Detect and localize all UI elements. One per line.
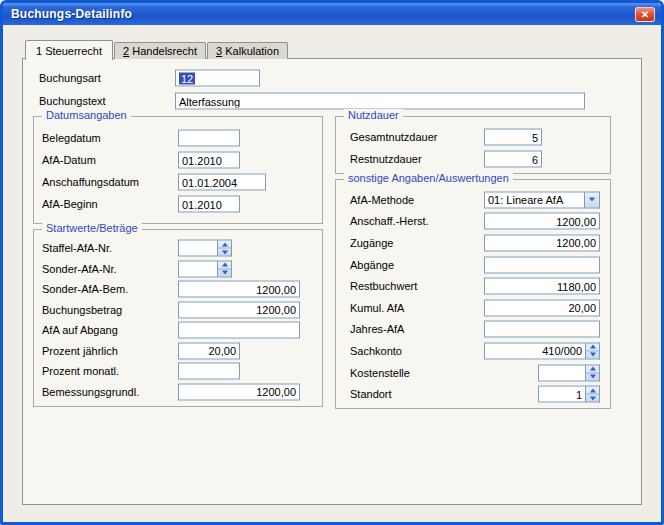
kostenstelle-input[interactable] [538,364,586,381]
field-row: Zugänge [336,232,610,254]
afa-methode-select[interactable]: 01: Lineare AfA [484,191,600,208]
tab-bar: 1 Steuerrecht 2 Handelsrecht 3 Kalkulati… [25,40,289,59]
anschaff-herst-input[interactable] [484,213,600,230]
field-row: AfA-Datum [34,149,322,171]
field-label: Buchungsbetrag [42,304,122,316]
field-label: Buchungsart [39,72,101,84]
buchungsart-selected-text: 12 [179,72,195,84]
field-label: Belegdatum [42,132,101,144]
field-label: Sonder-AfA-Nr. [42,263,117,275]
spin-up-icon[interactable] [218,261,231,268]
group-title: sonstige Angaben/Auswertungen [344,172,513,184]
field-label: Kostenstelle [350,367,410,379]
field-label: Restnutzdauer [350,153,422,165]
field-label: Sachkonto [350,345,402,357]
field-label: Abgänge [350,259,394,271]
restbuchwert-input[interactable] [484,278,600,295]
sachkonto-spinner[interactable] [586,342,600,359]
field-row: AfA-Beginn [34,193,322,215]
tab-label: 3 Kalkulation [216,45,279,57]
staffel-afa-nr-spinner[interactable] [218,240,232,257]
field-row: Sonder-AfA-Nr. [34,259,322,280]
afa-datum-input[interactable] [178,152,240,169]
standort-spinner[interactable] [586,386,600,403]
titlebar[interactable]: Buchungs-Detailinfo ✕ [3,3,661,25]
buchungsart-input[interactable]: 12 [175,70,260,87]
kumul-afa-input[interactable] [484,299,600,316]
field-row: Restnutzdauer [336,148,610,170]
tab-label: 2 Handelsrecht [123,45,197,57]
tab-label: 1 Steuerrecht [36,45,102,57]
field-row: Anschaff.-Herst. [336,211,610,233]
field-label: AfA auf Abgang [42,324,118,336]
buchungsbetrag-input[interactable] [178,301,300,318]
spin-up-icon[interactable] [586,343,599,350]
field-label: Zugänge [350,237,393,249]
spin-up-icon[interactable] [586,387,599,394]
buchungstext-input[interactable] [175,93,585,110]
spin-down-icon[interactable] [586,372,599,380]
window-title: Buchungs-Detailinfo [11,7,635,21]
field-label: AfA-Datum [42,154,96,166]
spin-down-icon[interactable] [586,350,599,358]
group-sonstige-angaben: sonstige Angaben/Auswertungen AfA-Method… [335,179,611,409]
spin-down-icon[interactable] [218,268,231,276]
staffel-afa-nr-input[interactable] [178,240,218,257]
spin-down-icon[interactable] [218,248,231,256]
field-row: Standort [336,383,610,405]
sonder-afa-bem-input[interactable] [178,281,300,298]
spin-down-icon[interactable] [586,394,599,402]
close-icon: ✕ [641,9,649,20]
afa-auf-abgang-input[interactable] [178,322,300,339]
field-row: Belegdatum [34,127,322,149]
field-row: Buchungsart 12 [23,67,641,89]
field-label: Jahres-AfA [350,323,404,335]
field-label: Sonder-AfA-Bem. [42,283,128,295]
spin-up-icon[interactable] [586,365,599,372]
restnutzdauer-input[interactable] [484,151,542,168]
sonder-afa-nr-input[interactable] [178,260,218,277]
group-startwerte: Startwerte/Beträge Staffel-AfA-Nr. [33,229,323,407]
field-label: Kumul. AfA [350,302,404,314]
jahres-afa-input[interactable] [484,321,600,338]
tab-steuerrecht[interactable]: 1 Steuerrecht [25,40,113,60]
group-title: Datumsangaben [42,109,131,121]
group-datumsangaben: Datumsangaben Belegdatum AfA-Datum Ansch… [33,116,323,224]
tab-page-steuerrecht: 1 Steuerrecht 2 Handelsrecht 3 Kalkulati… [22,58,642,505]
field-row: Staffel-AfA-Nr. [34,238,322,259]
sonder-afa-nr-spinner[interactable] [218,260,232,277]
tab-handelsrecht[interactable]: 2 Handelsrecht [114,42,206,59]
kostenstelle-spinner[interactable] [586,364,600,381]
field-label: Bemessungsgrundl. [42,386,139,398]
dialog-client-area: 1 Steuerrecht 2 Handelsrecht 3 Kalkulati… [3,25,661,522]
field-row: Gesamtnutzdauer [336,126,610,148]
field-row: AfA-Methode 01: Lineare AfA [336,189,610,211]
dialog-window: Buchungs-Detailinfo ✕ 1 Steuerrecht 2 Ha… [0,0,664,525]
field-row: Kumul. AfA [336,297,610,319]
sachkonto-input[interactable] [484,342,586,359]
standort-input[interactable] [538,386,586,403]
field-label: Gesamtnutzdauer [350,131,437,143]
field-label: AfA-Beginn [42,198,98,210]
field-row: Abgänge [336,254,610,276]
field-row: Jahres-AfA [336,319,610,341]
abgaenge-input[interactable] [484,256,600,273]
field-label: Prozent monatl. [42,365,119,377]
close-button[interactable]: ✕ [635,7,655,22]
prozent-jaehrlich-input[interactable] [178,342,240,359]
bemessungsgrundl-input[interactable] [178,383,300,400]
prozent-monatl-input[interactable] [178,363,240,380]
anschaffungsdatum-input[interactable] [178,174,266,191]
spin-up-icon[interactable] [218,241,231,248]
field-row: Sonder-AfA-Bem. [34,279,322,300]
field-label: Staffel-AfA-Nr. [42,242,112,254]
field-label: Anschaff.-Herst. [350,215,429,227]
gesamtnutzdauer-input[interactable] [484,129,542,146]
afa-beginn-input[interactable] [178,196,240,213]
afa-methode-value: 01: Lineare AfA [484,191,585,208]
dropdown-arrow-icon[interactable] [585,191,600,208]
field-row: Sachkonto [336,340,610,362]
belegdatum-input[interactable] [178,130,240,147]
zugaenge-input[interactable] [484,234,600,251]
tab-kalkulation[interactable]: 3 Kalkulation [207,42,288,59]
